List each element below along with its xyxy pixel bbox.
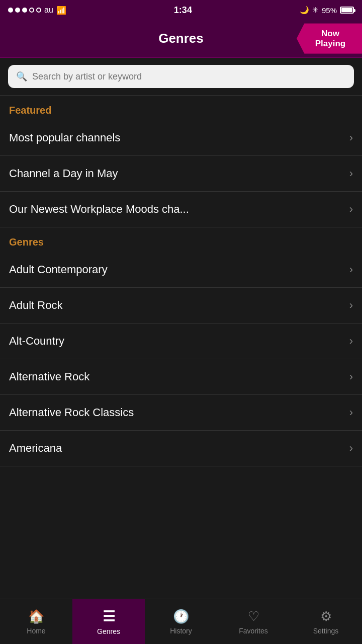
list-item[interactable]: Alternative Rock Classics ›: [0, 395, 362, 431]
list-item[interactable]: Our Newest Workplace Moods cha... ›: [0, 192, 362, 227]
page-title: Genres: [158, 31, 204, 46]
item-label: Channel a Day in May: [9, 167, 118, 180]
chevron-icon: ›: [349, 442, 353, 455]
wifi-icon: 📶: [56, 6, 66, 15]
signal-dots: [8, 8, 41, 13]
chevron-icon: ›: [349, 167, 353, 180]
nav-label-history: History: [170, 627, 192, 635]
nav-item-history[interactable]: 🕐 History: [145, 599, 217, 644]
list-item[interactable]: Channel a Day in May ›: [0, 156, 362, 192]
status-left: au 📶: [8, 6, 66, 15]
item-label: Most popular channels: [9, 131, 120, 144]
bluetooth-icon: ✳: [312, 6, 319, 15]
dot3: [22, 8, 27, 13]
chevron-icon: ›: [349, 335, 353, 348]
dot2: [15, 8, 20, 13]
now-playing-button[interactable]: Now Playing: [297, 23, 362, 54]
moon-icon: 🌙: [300, 6, 309, 15]
list-item[interactable]: Alt-Country ›: [0, 324, 362, 359]
item-label: Americana: [9, 442, 62, 455]
item-label: Our Newest Workplace Moods cha...: [9, 203, 189, 216]
list-item[interactable]: Adult Contemporary ›: [0, 252, 362, 288]
search-input[interactable]: [32, 71, 346, 82]
chevron-icon: ›: [349, 370, 353, 383]
list-item[interactable]: Most popular channels ›: [0, 120, 362, 156]
chevron-icon: ›: [349, 406, 353, 419]
favorites-icon: ♡: [248, 609, 259, 624]
nav-item-favorites[interactable]: ♡ Favorites: [217, 599, 290, 644]
nav-item-genres[interactable]: ☰ Genres: [72, 599, 145, 644]
nav-label-settings: Settings: [313, 627, 339, 635]
battery-icon: [340, 7, 354, 14]
nav-label-genres: Genres: [97, 627, 120, 635]
nav-label-home: Home: [27, 627, 45, 635]
history-icon: 🕐: [173, 609, 189, 624]
home-icon: 🏠: [28, 609, 44, 624]
chevron-icon: ›: [349, 203, 353, 216]
carrier-label: au: [44, 6, 53, 15]
dot5: [36, 8, 41, 13]
search-container: 🔍: [0, 58, 362, 96]
battery-fill: [341, 8, 352, 12]
nav-label-favorites: Favorites: [239, 627, 268, 635]
item-label: Alt-Country: [9, 335, 64, 348]
list-item[interactable]: Alternative Rock ›: [0, 359, 362, 395]
status-time: 1:34: [174, 5, 192, 16]
chevron-icon: ›: [349, 131, 353, 144]
list-item[interactable]: Adult Rock ›: [0, 288, 362, 324]
chevron-icon: ›: [349, 263, 353, 276]
dot1: [8, 8, 13, 13]
chevron-icon: ›: [349, 299, 353, 312]
nav-item-home[interactable]: 🏠 Home: [0, 599, 72, 644]
list-item[interactable]: Americana ›: [0, 431, 362, 466]
nav-item-settings[interactable]: ⚙ Settings: [290, 599, 362, 644]
search-bar: 🔍: [8, 65, 354, 88]
search-icon: 🔍: [16, 71, 27, 82]
item-label: Alternative Rock Classics: [9, 406, 134, 419]
item-label: Alternative Rock: [9, 370, 89, 383]
status-bar: au 📶 1:34 🌙 ✳ 95%: [0, 0, 362, 20]
genres-section-header: Genres: [0, 227, 362, 252]
item-label: Adult Contemporary: [9, 263, 108, 276]
header: Genres Now Playing: [0, 20, 362, 58]
dot4: [29, 8, 34, 13]
genres-icon: ☰: [103, 608, 115, 625]
status-right: 🌙 ✳ 95%: [300, 6, 354, 15]
bottom-navigation: 🏠 Home ☰ Genres 🕐 History ♡ Favorites ⚙ …: [0, 599, 362, 644]
item-label: Adult Rock: [9, 299, 62, 312]
content-area: Featured Most popular channels › Channel…: [0, 96, 362, 512]
featured-section-header: Featured: [0, 96, 362, 120]
settings-icon: ⚙: [320, 609, 332, 624]
battery-percent: 95%: [322, 6, 337, 15]
